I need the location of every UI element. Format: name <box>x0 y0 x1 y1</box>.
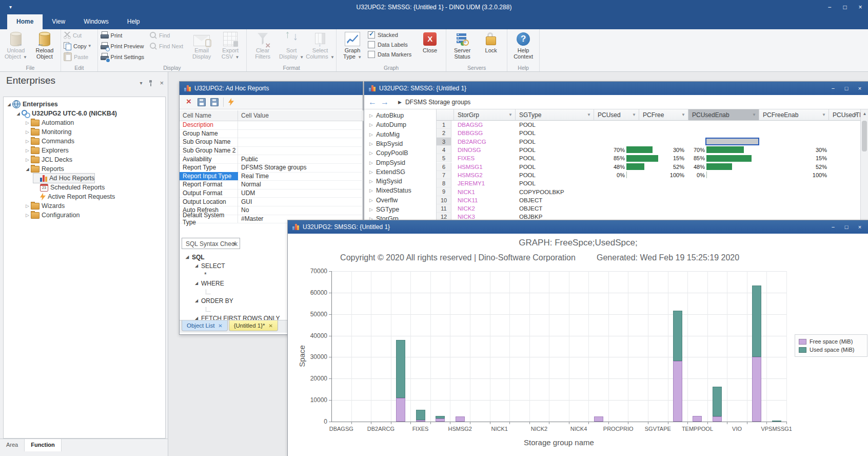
filter-dropdown-icon[interactable]: ▼ <box>587 112 591 117</box>
tree-item-jcl-decks[interactable]: ▷JCL Decks <box>24 155 72 164</box>
field-tree-item-dmpsysid[interactable]: ▷DmpSysid <box>369 158 405 167</box>
cut-button[interactable]: Cut <box>63 30 96 41</box>
expander-collapsed-icon[interactable]: ▷ <box>24 203 31 208</box>
close-icon[interactable]: × <box>853 220 866 234</box>
quick-access-toolbar-icon[interactable]: ▾ <box>9 0 12 14</box>
tree-item-scheduled-reports[interactable]: Scheduled Reports <box>33 183 105 192</box>
scroll-up-icon[interactable]: ▲ <box>861 109 868 116</box>
checkbox-unchecked-icon[interactable] <box>368 51 375 58</box>
smssg-window-titlebar[interactable]: U32UPG2: SMSSG: {Untitled 1} − □ × <box>364 82 868 95</box>
expander-collapsed-icon[interactable]: ▷ <box>24 120 31 125</box>
sgtype-cell[interactable]: POOL <box>519 179 594 187</box>
grid-row-output-format[interactable]: Output FormatUDM <box>180 189 362 198</box>
bar-used-segment[interactable] <box>673 311 682 360</box>
bar-free-segment[interactable] <box>436 419 445 422</box>
expander-collapsed-icon[interactable]: ▷ <box>24 157 31 162</box>
cell-value[interactable]: GUI <box>238 198 252 205</box>
save-all-icon[interactable] <box>210 98 219 106</box>
bar-used-segment[interactable] <box>752 286 761 357</box>
lock-button[interactable]: Lock <box>477 30 505 60</box>
grid-row-sub-group-name-2[interactable]: Sub Group Name 2 <box>180 146 362 156</box>
storgrp-cell[interactable]: JEREMY1 <box>458 179 515 187</box>
minimize-icon[interactable]: − <box>822 0 837 14</box>
sql-node-where[interactable]: ◢WHERE <box>195 279 224 288</box>
panel-tab-function[interactable]: Function <box>25 439 61 451</box>
forward-arrow-icon[interactable]: → <box>381 98 389 107</box>
sgtype-cell[interactable]: POOL <box>519 129 594 137</box>
help-context-button[interactable]: HelpContext <box>509 30 538 60</box>
grid-row-description[interactable]: Description <box>180 121 362 130</box>
close-icon[interactable]: ✕ <box>268 323 272 329</box>
tree-item-reports[interactable]: ◢Reports <box>24 164 64 174</box>
column-header-cell-name[interactable]: Cell Name <box>180 110 238 121</box>
row-number[interactable]: 5 <box>437 154 451 162</box>
row-number[interactable]: 3 <box>437 138 451 146</box>
storgrp-cell[interactable]: FIXES <box>458 154 515 162</box>
bar-used-segment[interactable] <box>396 340 405 398</box>
chevron-down-icon[interactable]: ▾ <box>140 80 142 86</box>
selected-cell[interactable] <box>705 138 759 145</box>
document-tab--untitled-1-[interactable]: {Untitled 1}*✕ <box>229 320 278 331</box>
bar-free-segment[interactable] <box>594 416 603 422</box>
tab-home[interactable]: Home <box>7 14 43 29</box>
print-settings-button[interactable]: Print Settings <box>100 51 148 62</box>
pin-icon[interactable] <box>148 80 153 87</box>
grid-row-availability[interactable]: AvailabilityPublic <box>180 155 362 164</box>
clear-filters-button[interactable]: ClearFilters <box>248 30 277 61</box>
expander-collapsed-icon[interactable]: ▷ <box>24 139 31 144</box>
storgrp-cell[interactable]: DB2ARCG <box>458 138 515 146</box>
storgrp-cell[interactable]: DINOSG <box>458 146 515 154</box>
row-number[interactable]: 11 <box>437 204 451 213</box>
unload-object-button[interactable]: UnloadObject ▼ <box>2 30 30 61</box>
export-csv-button[interactable]: ExportCSV ▼ <box>216 30 245 61</box>
server-status-button[interactable]: ServerStatus <box>448 30 477 60</box>
storgrp-cell[interactable]: NICK11 <box>458 196 515 204</box>
cell-value[interactable]: Real Time <box>238 173 269 180</box>
sgtype-cell[interactable]: POOL <box>519 146 594 154</box>
expander-collapsed-icon[interactable]: ▷ <box>24 129 31 135</box>
expander-expanded-icon[interactable]: ◢ <box>195 298 201 303</box>
cell-value[interactable]: No <box>238 206 249 214</box>
field-tree-item-mixedstatus[interactable]: ▷MixedStatus <box>369 186 411 195</box>
adhoc-window-titlebar[interactable]: U32UPG2: Ad Hoc Reports <box>180 82 363 95</box>
expander-collapsed-icon[interactable]: ▷ <box>369 207 376 212</box>
select-columns-button[interactable]: SelectColumns ▼ <box>306 30 334 61</box>
sgtype-cell[interactable]: OBJECT <box>519 204 594 213</box>
cell-name[interactable]: Output Format <box>180 189 238 198</box>
breadcrumb-expander-icon[interactable]: ▶ <box>398 100 402 105</box>
row-number[interactable]: 7 <box>437 171 451 179</box>
expander-collapsed-icon[interactable]: ▷ <box>369 141 376 146</box>
print-preview-button[interactable]: Print Preview <box>100 41 148 51</box>
tree-item-monitoring[interactable]: ▷Monitoring <box>24 127 71 137</box>
reload-object-button[interactable]: ReloadObject <box>30 30 59 61</box>
sgtype-cell[interactable]: POOL <box>519 138 594 146</box>
expander-collapsed-icon[interactable]: ▷ <box>369 179 376 184</box>
tree-item-explorers[interactable]: ▷Explorers <box>24 146 69 155</box>
bar-free-segment[interactable] <box>673 361 682 422</box>
grid-row-report-format[interactable]: Report FormatNormal <box>180 180 362 189</box>
sql-node-*[interactable]: * <box>204 270 207 279</box>
tree-item-active-report-requests[interactable]: Active Report Requests <box>33 192 115 201</box>
bar-free-segment[interactable] <box>693 416 702 422</box>
cell-value[interactable]: DFSMS Storage groups <box>238 164 306 171</box>
data-markers-checkbox[interactable]: Data Markers <box>367 49 416 59</box>
expander-expanded-icon[interactable]: ◢ <box>15 111 22 116</box>
tree-item-automation[interactable]: ▷Automation <box>24 118 74 127</box>
row-number[interactable]: 6 <box>437 163 451 171</box>
expander-collapsed-icon[interactable]: ▷ <box>24 148 31 153</box>
cell-name[interactable]: Report Type <box>180 163 238 172</box>
row-number[interactable]: 9 <box>437 187 451 196</box>
expander-expanded-icon[interactable]: ◢ <box>6 102 12 107</box>
expander-collapsed-icon[interactable]: ▷ <box>369 188 376 193</box>
row-number[interactable]: 2 <box>437 129 451 137</box>
maximize-icon[interactable]: □ <box>840 220 853 234</box>
field-tree-item-extendsg[interactable]: ▷ExtendSG <box>369 167 405 177</box>
email-display-button[interactable]: EmailDisplay <box>187 30 216 61</box>
expander-collapsed-icon[interactable]: ▷ <box>24 213 31 218</box>
expander-collapsed-icon[interactable]: ▷ <box>369 198 376 203</box>
expander-collapsed-icon[interactable]: ▷ <box>369 132 376 137</box>
sql-node-sql[interactable]: ◢SQL <box>186 253 205 261</box>
tree-item-ad-hoc-reports[interactable]: Ad Hoc Reports <box>33 174 94 183</box>
cell-name[interactable]: Output Location <box>180 197 238 206</box>
sgtype-cell[interactable]: COPYPOOLBKP <box>519 187 594 196</box>
